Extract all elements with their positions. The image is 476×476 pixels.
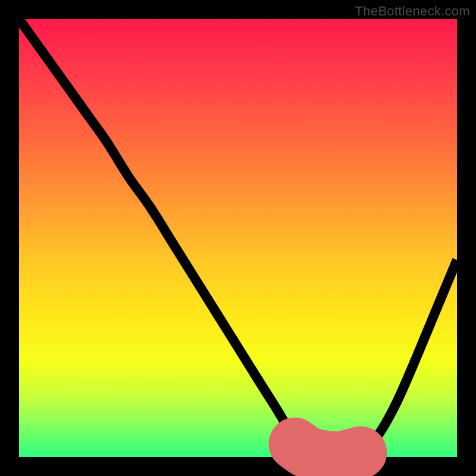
highlight-segment <box>295 444 361 458</box>
chart-frame: TheBottleneck.com <box>0 0 476 476</box>
chart-plot-area <box>19 19 457 457</box>
bottleneck-curve <box>19 19 457 458</box>
highlight-point <box>353 446 368 460</box>
attribution-text: TheBottleneck.com <box>355 4 470 19</box>
chart-svg <box>19 19 457 457</box>
